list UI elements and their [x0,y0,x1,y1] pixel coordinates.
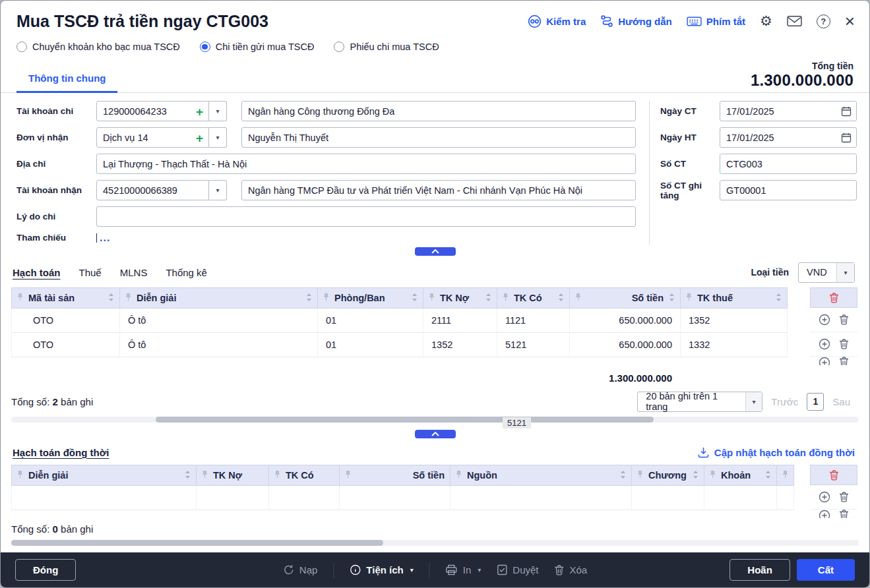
delete-row-icon[interactable] [839,357,849,365]
print-button[interactable]: In ▾ [446,564,482,575]
collapse-table-button[interactable] [415,430,456,438]
pin-icon[interactable] [575,293,581,303]
column-header-so-tien[interactable]: Số tiền [340,465,451,486]
cell-empty[interactable] [451,486,632,510]
delete-row-icon[interactable] [839,492,849,502]
don-vi-nhan-name-input[interactable] [241,127,636,148]
ly-do-chi-input[interactable] [96,206,636,227]
delete-row-icon[interactable] [839,510,849,518]
cell-so-tien[interactable]: 650.000.000 [570,309,681,333]
cell-ma-tai-san[interactable]: OTO [12,309,120,333]
column-header-pin-only[interactable] [777,465,794,486]
reload-button[interactable]: Nạp [283,564,318,575]
radio-chi-tien-gui[interactable]: Chi tiền gửi mua TSCĐ [200,42,315,52]
cell-empty[interactable] [12,486,197,510]
cell-empty[interactable] [269,486,340,510]
help-icon[interactable]: ? [817,15,830,28]
cell-dien-giai[interactable]: Ô tô [120,309,318,333]
sort-icon[interactable] [669,293,675,303]
tham-chieu-more-button[interactable]: ... [96,233,110,243]
tai-khoan-nhan-input[interactable] [96,180,209,200]
sort-icon[interactable] [620,470,626,481]
sort-icon[interactable] [765,470,771,481]
table-row-empty[interactable] [12,486,794,510]
add-row-icon[interactable] [819,314,830,326]
simultaneous-accounting-link[interactable]: Hạch toán đồng thời [13,447,109,458]
pin-icon[interactable] [274,470,280,481]
add-row-icon[interactable] [819,338,830,350]
pin-icon[interactable] [202,470,208,481]
cell-tk-thue[interactable]: 1332 [681,333,788,357]
column-header-dien-giai[interactable]: Diễn giải [120,288,318,309]
pin-icon[interactable] [429,293,435,303]
chevron-down-icon[interactable]: ▾ [209,101,227,121]
save-button[interactable]: Cất [797,559,855,581]
approve-button[interactable]: Duyệt [497,564,538,575]
column-header-dien-giai[interactable]: Diễn giải [12,465,197,486]
ngay-ct-input[interactable] [720,101,857,121]
column-header-tk-no[interactable]: TK Nợ [197,465,269,486]
column-header-ma-tai-san[interactable]: Mã tài sản [12,288,120,309]
cell-empty[interactable] [197,486,269,510]
shortcut-button[interactable]: Phím tắt [687,16,745,27]
cell-tk-co[interactable]: 5121 [497,333,570,357]
page-number-input[interactable] [807,393,824,411]
tai-khoan-nhan-name-input[interactable] [241,180,636,200]
cell-phong-ban[interactable]: 01 [318,309,423,333]
mail-icon[interactable] [787,15,802,27]
tab-thong-ke[interactable]: Thống kê [166,267,207,278]
so-ct-ghi-tang-input[interactable] [720,180,857,200]
column-header-tk-thue[interactable]: TK thuế [681,288,788,309]
sort-icon[interactable] [776,293,782,303]
pin-icon[interactable] [503,293,509,303]
calendar-icon[interactable] [841,106,852,117]
column-header-nguon[interactable]: Nguồn [451,465,632,486]
table-row[interactable]: OTO Ô tô 01 2111 1121 650.000.000 1352 [12,309,788,333]
column-header-khoan[interactable]: Khoản [704,465,777,486]
delete-row-icon[interactable] [839,314,849,325]
tab-thong-tin-chung[interactable]: Thông tin chung [16,73,117,93]
sort-icon[interactable] [108,293,114,303]
scrollbar-thumb[interactable] [11,540,383,546]
pin-icon[interactable] [345,470,351,481]
delete-all-header[interactable] [810,287,857,308]
column-header-chuong[interactable]: Chương [632,465,704,486]
currency-select[interactable]: VND ▾ [798,262,855,283]
gear-icon[interactable]: ⚙ [760,13,772,29]
tab-thue[interactable]: Thuế [79,267,102,278]
pin-icon[interactable] [125,293,131,303]
add-row-icon[interactable] [819,491,830,503]
cell-empty[interactable] [704,486,777,510]
radio-chuyen-khoan-kho-bac[interactable]: Chuyển khoản kho bạc mua TSCĐ [16,42,180,52]
cell-phong-ban[interactable]: 01 [318,333,423,357]
postpone-button[interactable]: Hoãn [730,559,790,581]
tab-hach-toan[interactable]: Hạch toán [13,267,61,278]
cell-empty[interactable] [340,486,451,510]
column-header-phong-ban[interactable]: Phòng/Ban [318,288,423,309]
dia-chi-input[interactable] [96,154,636,174]
close-icon[interactable]: × [845,13,855,30]
pin-icon[interactable] [17,470,23,481]
cell-ma-tai-san[interactable]: OTO [12,333,120,357]
sort-icon[interactable] [412,293,418,303]
check-button[interactable]: Kiểm tra [528,15,586,28]
delete-button[interactable]: Xóa [555,564,588,575]
add-icon[interactable]: + [196,131,203,144]
cell-dien-giai[interactable]: Ô tô [120,333,318,357]
utilities-button[interactable]: Tiện ích ▾ [350,564,413,575]
add-row-icon[interactable] [819,510,830,518]
sort-icon[interactable] [185,470,191,481]
pin-icon[interactable] [782,470,788,481]
pin-icon[interactable] [17,293,23,303]
column-header-so-tien[interactable]: Số tiền [570,288,681,309]
scrollbar-thumb[interactable] [156,417,654,423]
tai-khoan-chi-input[interactable] [96,101,209,121]
cell-empty[interactable] [632,486,704,510]
calendar-icon[interactable] [841,132,852,143]
pin-icon[interactable] [456,470,462,481]
column-header-tk-co[interactable]: TK Có [497,288,570,309]
chevron-down-icon[interactable]: ▾ [209,180,227,200]
collapse-form-button[interactable] [415,247,456,256]
cell-tk-no[interactable]: 1352 [423,333,497,357]
delete-row-icon[interactable] [839,339,849,349]
